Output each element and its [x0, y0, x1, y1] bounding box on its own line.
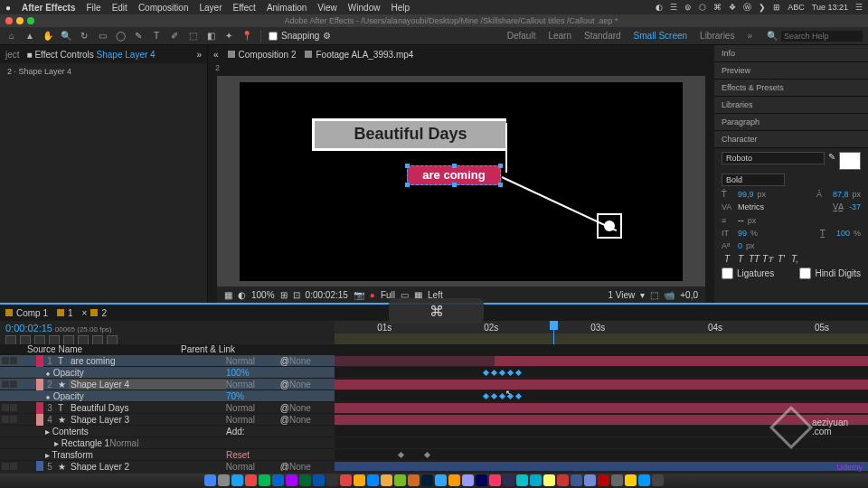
dock-app-icon[interactable] [286, 474, 297, 486]
panel-character[interactable]: Character [714, 131, 868, 148]
ws-libraries[interactable]: Libraries [700, 31, 734, 41]
panel-preview[interactable]: Preview [714, 62, 868, 80]
dock-app-icon[interactable] [476, 474, 487, 486]
mask-toggle-icon[interactable]: ◐ [238, 290, 246, 300]
smallcaps-button[interactable]: Tᴛ [762, 254, 773, 264]
dock-app-icon[interactable] [245, 474, 257, 486]
view-icon[interactable]: ▾ [640, 290, 645, 300]
menubar-icon[interactable]: ⌘ [713, 3, 722, 12]
search-input[interactable] [781, 31, 863, 42]
font-size[interactable]: 99,9 [738, 190, 754, 199]
menubar-icon[interactable]: ⊚ [684, 3, 692, 12]
dock-app-icon[interactable] [367, 474, 379, 486]
brush-tool-icon[interactable]: ✐ [168, 30, 181, 42]
timecode[interactable]: 0:00:02:15 [306, 290, 348, 300]
panel-effects[interactable]: Effects & Presets [714, 80, 868, 97]
3d-icon[interactable]: ⬚ [650, 290, 658, 300]
italic-button[interactable]: T [735, 254, 746, 264]
dock-app-icon[interactable] [354, 474, 365, 486]
work-area[interactable] [335, 333, 868, 344]
alpha-toggle-icon[interactable]: ▦ [224, 290, 232, 300]
zoom-button[interactable] [27, 17, 34, 24]
dock-app-icon[interactable] [299, 474, 311, 486]
dock-app-icon[interactable] [394, 474, 406, 486]
subtitle-box[interactable]: are coming [407, 165, 501, 185]
eraser-tool-icon[interactable]: ◧ [204, 30, 217, 42]
caps-button[interactable]: TT [749, 254, 760, 264]
puppet-tool-icon[interactable]: 📍 [241, 30, 253, 42]
view-count[interactable]: 1 View [608, 290, 635, 300]
kerning[interactable]: Metrics [738, 202, 764, 211]
timeline-tab-2[interactable]: × 2 [82, 308, 107, 318]
sub-button[interactable]: T, [789, 254, 800, 264]
home-tool-icon[interactable]: ⌂ [5, 30, 18, 42]
dock-app-icon[interactable] [543, 474, 555, 486]
dock-app-icon[interactable] [489, 474, 501, 486]
dock-app-icon[interactable] [340, 474, 352, 486]
hscale[interactable]: 100 [836, 229, 850, 238]
dock-app-icon[interactable] [381, 474, 392, 486]
dock-app-icon[interactable] [259, 474, 270, 486]
comp-tab[interactable]: Composition 2 [228, 50, 297, 60]
exposure[interactable]: +0,0 [680, 290, 698, 300]
dock-app-icon[interactable] [218, 474, 230, 486]
composition-viewer[interactable]: Beautiful Days are coming [217, 76, 705, 286]
playhead[interactable] [553, 321, 554, 344]
eyedrop-icon[interactable]: ✎ [828, 152, 835, 170]
menu-animation[interactable]: Animation [267, 3, 307, 13]
dock-app-icon[interactable] [408, 474, 420, 486]
pickwhip-icon[interactable]: @ [280, 403, 289, 413]
dock-app-icon[interactable] [611, 474, 623, 486]
timeline-tab-comp1[interactable]: Comp 1 [5, 308, 48, 318]
dock-app-icon[interactable] [652, 474, 664, 486]
ws-overflow-icon[interactable]: » [747, 31, 752, 41]
effect-controls-tab[interactable]: ■ Effect Controls Shape Layer 4 [27, 50, 156, 60]
layer-row[interactable]: 2★Shape Layer 4Normal@None [0, 379, 335, 390]
font-style-select[interactable]: Bold [722, 174, 785, 186]
pickwhip-icon[interactable]: @ [280, 380, 289, 389]
spotlight-icon[interactable]: ☰ [855, 3, 863, 12]
snapshot-icon[interactable]: 📷 [354, 290, 364, 300]
menu-view[interactable]: View [317, 3, 337, 13]
menubar-icon[interactable]: ❖ [729, 3, 736, 12]
comp-nav[interactable]: 2 [208, 63, 714, 76]
input-lang[interactable]: ABC [788, 3, 805, 12]
panel-overflow-icon[interactable]: « [213, 50, 219, 60]
layer-prop[interactable]: ⬥ Opacity70% [0, 390, 335, 402]
dock-app-icon[interactable] [326, 474, 338, 486]
footage-tab[interactable]: Footage ALA_3993.mp4 [305, 50, 413, 60]
dock-app-icon[interactable] [448, 474, 460, 486]
stroke[interactable]: -- [738, 215, 744, 225]
dock-app-icon[interactable] [272, 474, 284, 486]
pickwhip-icon[interactable]: @ [280, 462, 289, 472]
dock-app-icon[interactable] [571, 474, 582, 486]
tracking[interactable]: -37 [849, 202, 861, 211]
dock-app-icon[interactable] [462, 474, 474, 486]
bold-button[interactable]: T [722, 254, 732, 264]
snap-opts-icon[interactable]: ⚙ [323, 31, 331, 41]
menubar-icon[interactable]: ⬡ [699, 3, 706, 12]
current-timecode[interactable]: 0:00:02:15 [5, 323, 52, 333]
grid-icon[interactable]: ⊞ [280, 290, 288, 300]
layer-row[interactable]: 1Tare comingNormal@None [0, 355, 335, 367]
hindi-check[interactable] [799, 267, 811, 279]
app-menu[interactable]: After Effects [22, 3, 75, 13]
apple-menu-icon[interactable]: ● [5, 3, 11, 13]
pickwhip-icon[interactable]: @ [280, 356, 289, 366]
dock-app-icon[interactable] [516, 474, 528, 486]
panel-info[interactable]: Info [714, 45, 868, 62]
panel-libraries[interactable]: Libraries [714, 97, 868, 114]
dock-app-icon[interactable] [503, 474, 514, 486]
zoom-tool-icon[interactable]: 🔍 [60, 30, 72, 42]
menu-edit[interactable]: Edit [112, 3, 127, 13]
clone-tool-icon[interactable]: ⬚ [186, 30, 199, 42]
dock-app-icon[interactable] [584, 474, 596, 486]
timeline-tab-1[interactable]: 1 [57, 308, 73, 318]
roto-tool-icon[interactable]: ✦ [222, 30, 235, 42]
ws-small-screen[interactable]: Small Screen [634, 31, 687, 41]
minimize-button[interactable] [16, 17, 24, 24]
menubar-icon[interactable]: ◐ [656, 3, 663, 12]
close-button[interactable] [5, 17, 13, 24]
panel-menu-icon[interactable]: » [196, 50, 202, 60]
dock-app-icon[interactable] [313, 474, 325, 486]
